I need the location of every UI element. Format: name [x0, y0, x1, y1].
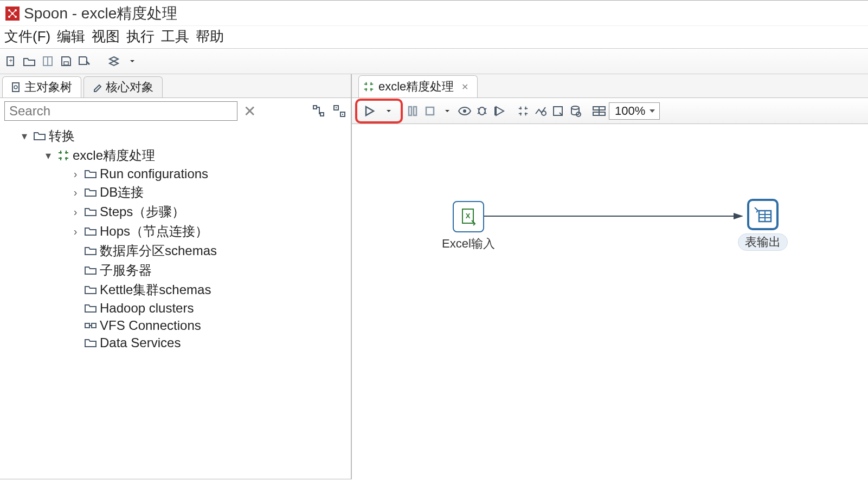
verify-icon[interactable] [516, 103, 531, 119]
chevron-down-icon[interactable]: ▾ [42, 149, 54, 162]
folder-icon [34, 131, 46, 141]
search-input[interactable] [4, 101, 237, 121]
stop-dropdown-icon[interactable] [440, 103, 455, 119]
tree-item-data-services[interactable]: Data Services [4, 334, 349, 352]
pause-icon[interactable] [405, 103, 420, 119]
svg-text:X: X [466, 212, 471, 220]
folder-icon [85, 207, 97, 217]
save-icon[interactable] [59, 54, 74, 69]
open-file-icon[interactable] [22, 54, 37, 69]
tree-item-vfs-connections[interactable]: VFS Connections [4, 317, 349, 334]
folder-icon [85, 285, 97, 295]
canvas[interactable]: X Excel输入 表输出 [352, 124, 868, 479]
tree-item-db-connections[interactable]: › DB连接 [4, 183, 349, 202]
chevron-right-icon[interactable]: › [69, 225, 81, 238]
menu-view[interactable]: 视图 [92, 27, 120, 46]
preview-icon[interactable] [457, 103, 472, 119]
tree-root-transformation[interactable]: ▾ 转换 [4, 126, 349, 146]
collapse-tree-icon[interactable] [332, 104, 346, 118]
tree-item-label: VFS Connections [100, 318, 201, 333]
sql-icon[interactable] [550, 103, 565, 119]
chevron-right-icon[interactable]: › [69, 186, 81, 199]
menubar: 文件(F) 编辑 视图 执行 工具 帮助 [0, 26, 868, 48]
svg-point-32 [542, 111, 546, 115]
tree-item-hadoop-clusters[interactable]: Hadoop clusters [4, 300, 349, 317]
svg-rect-14 [313, 106, 317, 109]
canvas-tabbar: excle精度处理 ✕ [352, 74, 868, 98]
save-as-icon[interactable] [77, 54, 92, 69]
perspectives-icon[interactable] [106, 54, 121, 69]
tree-item-kettle-cluster-schemas[interactable]: Kettle集群schemas [4, 280, 349, 300]
blank-expander [69, 337, 81, 349]
tree-item-label: Hops（节点连接） [100, 223, 208, 240]
menu-edit[interactable]: 编辑 [57, 27, 85, 46]
left-panel: 主对象树 核心对象 ✕ ▾ 转换 [0, 74, 351, 479]
run-icon[interactable] [362, 103, 377, 119]
tree-item-steps[interactable]: › Steps（步骤） [4, 202, 349, 222]
perspectives-dropdown-icon[interactable] [125, 54, 140, 69]
blank-expander [69, 302, 81, 315]
app-icon [5, 6, 20, 21]
tree-item-hops[interactable]: › Hops（节点连接） [4, 222, 349, 241]
expand-tree-icon[interactable] [312, 104, 326, 118]
tree-transformation-label: excle精度处理 [73, 147, 155, 164]
menu-help[interactable]: 帮助 [196, 27, 224, 46]
transformation-icon [57, 150, 69, 161]
tab-core-objects-label: 核心对象 [106, 79, 153, 95]
close-tab-icon[interactable]: ✕ [461, 82, 468, 92]
impact-icon[interactable] [533, 103, 548, 119]
blank-expander [69, 245, 81, 257]
menu-tools[interactable]: 工具 [161, 27, 189, 46]
debug-icon[interactable] [474, 103, 490, 119]
svg-rect-23 [409, 107, 412, 115]
folder-icon [85, 226, 97, 236]
tree-item-label: Data Services [100, 335, 181, 350]
folder-icon [85, 246, 97, 256]
explore-icon[interactable] [40, 54, 55, 69]
tree-item-run-configurations[interactable]: › Run configurations [4, 165, 349, 183]
stop-icon[interactable] [422, 103, 438, 119]
svg-point-26 [463, 109, 466, 113]
blank-expander [69, 284, 81, 296]
svg-rect-12 [12, 83, 19, 92]
run-dropdown-icon[interactable] [381, 103, 396, 119]
explore-db-icon[interactable] [568, 103, 583, 119]
tab-core-objects[interactable]: 核心对象 [83, 76, 163, 98]
zoom-select[interactable]: 100% [609, 102, 660, 120]
folder-icon [85, 265, 97, 275]
clear-search-icon[interactable]: ✕ [242, 102, 257, 120]
step-table-output[interactable]: 表输出 [738, 199, 788, 251]
tree-item-label: 数据库分区schemas [100, 242, 217, 259]
chevron-down-icon[interactable]: ▾ [18, 129, 30, 142]
tree-item-db-partition-schemas[interactable]: 数据库分区schemas [4, 241, 349, 261]
tree-transformation-item[interactable]: ▾ excle精度处理 [4, 146, 349, 165]
menu-run[interactable]: 执行 [126, 27, 155, 46]
tab-main-tree[interactable]: 主对象树 [2, 76, 81, 98]
tree: ▾ 转换 ▾ excle精度处理 › Run configurations › … [0, 124, 351, 354]
folder-icon [85, 338, 97, 348]
titlebar: Spoon - excle精度处理 [0, 0, 868, 26]
chevron-right-icon[interactable]: › [69, 206, 81, 218]
svg-point-34 [571, 106, 579, 109]
replay-icon[interactable] [492, 103, 507, 119]
run-button-highlight [355, 99, 403, 123]
blank-expander [69, 320, 81, 332]
step-table-output-label: 表输出 [738, 233, 788, 251]
tree-item-label: Kettle集群schemas [100, 281, 211, 298]
table-output-step-icon [747, 199, 779, 230]
right-panel: excle精度处理 ✕ [351, 74, 868, 479]
canvas-tab[interactable]: excle精度处理 ✕ [358, 75, 478, 98]
new-file-icon[interactable]: + [3, 54, 18, 69]
show-results-icon[interactable] [591, 103, 607, 119]
canvas-tab-label: excle精度处理 [378, 79, 454, 95]
step-excel-input[interactable]: X Excel输入 [442, 201, 495, 252]
tree-item-slave-servers[interactable]: 子服务器 [4, 261, 349, 280]
chevron-right-icon[interactable]: › [69, 168, 81, 180]
tree-item-label: 子服务器 [100, 262, 152, 279]
menu-file[interactable]: 文件(F) [4, 27, 50, 46]
excel-step-icon: X [453, 201, 484, 232]
transformation-icon [363, 81, 374, 92]
svg-rect-24 [414, 107, 416, 115]
blank-expander [69, 264, 81, 277]
tab-main-tree-label: 主对象树 [24, 79, 72, 95]
